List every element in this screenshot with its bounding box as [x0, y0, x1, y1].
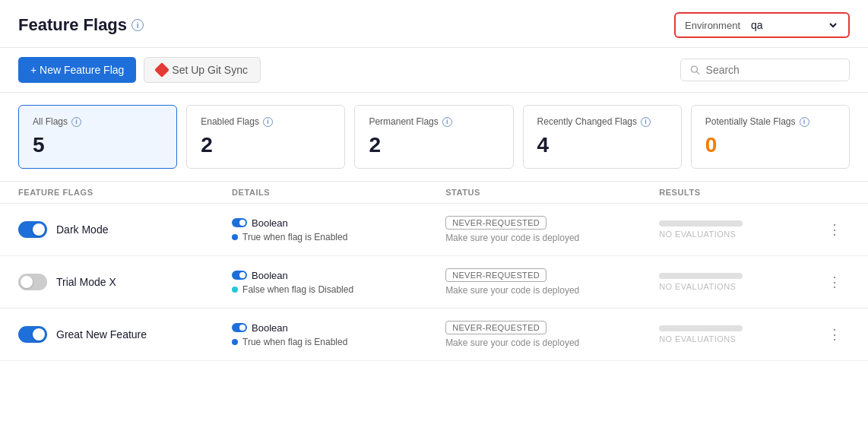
more-options-button[interactable]: ⋮ [819, 218, 850, 241]
detail-desc-text: True when flag is Enabled [242, 232, 347, 242]
detail-dot-icon [232, 339, 238, 345]
detail-type: Boolean [232, 270, 445, 281]
git-sync-label: Set Up Git Sync [172, 64, 248, 76]
stat-card-potentially-stale-flags[interactable]: Potentially Stale Flags i 0 [691, 105, 850, 169]
no-evaluations-text: NO EVALUATIONS [659, 230, 819, 239]
results-bar [659, 273, 743, 279]
flag-name: Trial Mode X [56, 276, 116, 288]
no-evaluations-text: NO EVALUATIONS [659, 334, 819, 344]
col-feature-flags: FEATURE FLAGS [18, 188, 232, 197]
new-feature-flag-button[interactable]: + New Feature Flag [18, 57, 136, 83]
results-bar [659, 325, 743, 331]
stat-card-all-flags[interactable]: All Flags i 5 [18, 105, 177, 169]
results-bar [659, 220, 743, 227]
flag-results: NO EVALUATIONS [659, 273, 819, 291]
boolean-icon [232, 271, 247, 280]
search-box[interactable] [680, 59, 850, 81]
flag-status: NEVER-REQUESTED Make sure your code is d… [445, 321, 659, 348]
stat-info-icon[interactable]: i [263, 117, 273, 127]
detail-desc: True when flag is Enabled [232, 337, 445, 347]
table-row: Great New Feature Boolean True when flag… [0, 309, 868, 361]
no-evaluations-text: NO EVALUATIONS [659, 282, 819, 291]
flag-results: NO EVALUATIONS [659, 220, 819, 239]
col-actions [819, 188, 850, 197]
flag-name-cell: Dark Mode [18, 221, 232, 238]
search-icon [690, 65, 700, 75]
status-badge: NEVER-REQUESTED [445, 268, 546, 282]
page-title-group: Feature Flags i [18, 15, 144, 35]
detail-type-label: Boolean [252, 270, 288, 281]
status-badge: NEVER-REQUESTED [445, 216, 546, 230]
col-details: DETAILS [232, 188, 445, 197]
git-diamond-icon [154, 62, 169, 78]
toolbar-left: + New Feature Flag Set Up Git Sync [18, 57, 261, 83]
boolean-icon [232, 323, 247, 332]
stat-label: All Flags i [33, 116, 163, 127]
env-label: Environment [685, 20, 740, 31]
stat-value: 2 [201, 133, 331, 157]
flag-details: Boolean True when flag is Enabled [232, 322, 445, 347]
env-dropdown[interactable]: qa production staging development [748, 18, 839, 32]
flag-details: Boolean True when flag is Enabled [232, 217, 445, 242]
detail-desc: False when flag is Disabled [232, 284, 445, 295]
stat-card-recently-changed-flags[interactable]: Recently Changed Flags i 4 [523, 105, 682, 169]
detail-type: Boolean [232, 322, 445, 334]
col-results: RESULTS [659, 188, 819, 197]
toggle-knob [33, 223, 45, 236]
status-text: Make sure your code is deployed [445, 233, 659, 243]
flag-name-cell: Trial Mode X [18, 274, 232, 290]
flag-toggle[interactable] [18, 221, 47, 238]
stat-label: Potentially Stale Flags i [705, 116, 835, 127]
toolbar: + New Feature Flag Set Up Git Sync [0, 48, 868, 93]
stat-label: Recently Changed Flags i [537, 116, 667, 127]
detail-type-label: Boolean [252, 322, 288, 334]
stat-info-icon[interactable]: i [71, 117, 81, 127]
stat-info-icon[interactable]: i [800, 117, 809, 127]
environment-selector[interactable]: Environment qa production staging develo… [674, 12, 850, 38]
flag-name-cell: Great New Feature [18, 326, 232, 343]
detail-desc-text: True when flag is Enabled [242, 337, 347, 347]
new-flag-label: + New Feature Flag [30, 64, 124, 76]
search-input[interactable] [706, 64, 840, 76]
stat-info-icon[interactable]: i [442, 117, 452, 127]
detail-type: Boolean [232, 217, 445, 229]
detail-desc-text: False when flag is Disabled [242, 284, 353, 295]
stat-label: Permanent Flags i [369, 116, 499, 127]
title-info-icon[interactable]: i [131, 19, 144, 31]
flag-toggle[interactable] [18, 326, 47, 343]
flag-toggle[interactable] [18, 274, 47, 290]
stat-info-icon[interactable]: i [641, 117, 651, 127]
table-row: Trial Mode X Boolean False when flag is … [0, 256, 868, 309]
flag-details: Boolean False when flag is Disabled [232, 270, 445, 295]
flag-status: NEVER-REQUESTED Make sure your code is d… [445, 216, 659, 243]
toggle-knob [21, 276, 33, 288]
flag-results: NO EVALUATIONS [659, 325, 819, 344]
col-status: STATUS [445, 188, 659, 197]
flag-name: Dark Mode [56, 223, 108, 236]
table-row: Dark Mode Boolean True when flag is Enab… [0, 204, 868, 256]
detail-desc: True when flag is Enabled [232, 232, 445, 242]
page-header: Feature Flags i Environment qa productio… [0, 0, 868, 48]
boolean-icon [232, 218, 247, 227]
flag-rows-container: Dark Mode Boolean True when flag is Enab… [0, 204, 868, 361]
more-options-button[interactable]: ⋮ [819, 271, 850, 293]
stat-value: 4 [537, 133, 667, 157]
stat-value: 5 [33, 133, 163, 157]
stat-value: 2 [369, 133, 499, 157]
git-sync-button[interactable]: Set Up Git Sync [144, 57, 261, 83]
stat-card-permanent-flags[interactable]: Permanent Flags i 2 [354, 105, 513, 169]
stat-card-enabled-flags[interactable]: Enabled Flags i 2 [186, 105, 345, 169]
detail-type-label: Boolean [252, 217, 288, 229]
status-badge: NEVER-REQUESTED [445, 321, 546, 334]
detail-dot-icon [232, 287, 238, 293]
stat-label: Enabled Flags i [201, 116, 331, 127]
flag-name: Great New Feature [56, 328, 147, 341]
toggle-knob [33, 328, 45, 341]
svg-line-1 [697, 71, 699, 74]
stats-row: All Flags i 5 Enabled Flags i 2 Permanen… [0, 93, 868, 182]
detail-dot-icon [232, 234, 238, 240]
page-title: Feature Flags [18, 15, 127, 35]
more-options-button[interactable]: ⋮ [819, 323, 850, 346]
table-header: FEATURE FLAGS DETAILS STATUS RESULTS [0, 182, 868, 204]
stat-value: 0 [705, 133, 835, 157]
